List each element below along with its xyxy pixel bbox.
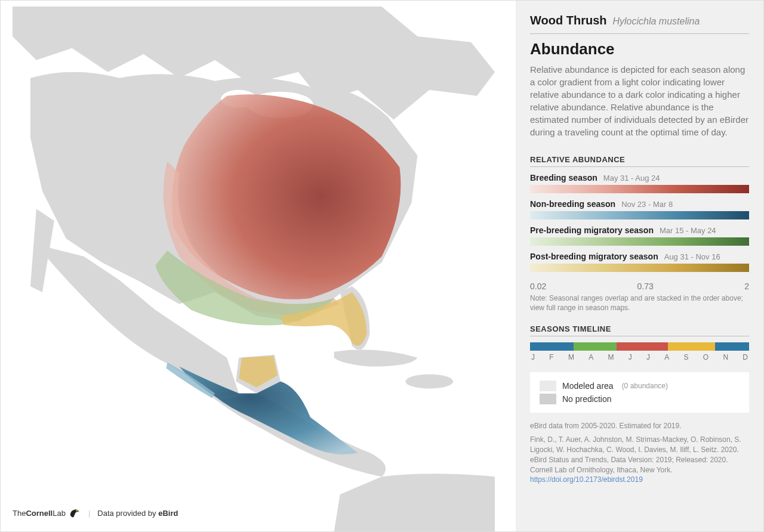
season-dates: Nov 23 - Mar 8 bbox=[621, 200, 673, 209]
species-header: Wood Thrush Hylocichla mustelina bbox=[530, 14, 749, 27]
footer-brand: TheCornellLab | Data provided by eBird bbox=[13, 506, 178, 519]
swatch-nopred bbox=[540, 394, 556, 404]
season-row: Post-breeding migratory seasonAug 31 - N… bbox=[530, 252, 749, 272]
month-label: A bbox=[589, 353, 593, 361]
scale-low: 0.02 bbox=[530, 282, 546, 291]
month-label: N bbox=[723, 353, 728, 361]
species-scientific-name: Hylocichla mustelina bbox=[613, 16, 700, 27]
season-row: Pre-breeding migratory seasonMar 15 - Ma… bbox=[530, 225, 749, 246]
timeline-segment bbox=[574, 342, 617, 351]
citation-doi-link[interactable]: https://doi.org/10.2173/ebirdst.2019 bbox=[530, 475, 643, 484]
season-gradient bbox=[530, 237, 749, 246]
timeline-segment bbox=[668, 342, 715, 351]
month-labels: JFMAMJJASOND bbox=[530, 353, 749, 361]
month-label: M bbox=[608, 353, 614, 361]
season-gradient bbox=[530, 211, 749, 219]
map-legend: Modeled area (0 abundance) No prediction bbox=[530, 372, 749, 413]
month-label: S bbox=[684, 353, 689, 361]
timeline-segment bbox=[715, 342, 749, 351]
legend-modeled-area: Modeled area (0 abundance) bbox=[540, 381, 740, 391]
season-dates: May 31 - Aug 24 bbox=[603, 174, 660, 183]
species-common-name: Wood Thrush bbox=[530, 14, 607, 27]
timeline-segment bbox=[530, 342, 574, 351]
season-label: Breeding season bbox=[530, 173, 597, 183]
month-label: M bbox=[568, 353, 574, 361]
abundance-scale: 0.02 0.73 2 bbox=[530, 282, 749, 291]
season-dates: Aug 31 - Nov 16 bbox=[664, 252, 720, 261]
scale-high: 2 bbox=[744, 282, 749, 291]
seasons-timeline-bar bbox=[530, 342, 749, 351]
season-gradient bbox=[530, 264, 749, 272]
season-row: Breeding seasonMay 31 - Aug 24 bbox=[530, 173, 749, 193]
svg-point-3 bbox=[405, 375, 453, 389]
map-panel: TheCornellLab | Data provided by eBird bbox=[1, 1, 516, 531]
season-label: Pre-breeding migratory season bbox=[530, 225, 654, 235]
side-panel: Wood Thrush Hylocichla mustelina Abundan… bbox=[516, 1, 763, 531]
abundance-map bbox=[1, 1, 516, 531]
legend-no-prediction: No prediction bbox=[540, 394, 740, 404]
month-label: A bbox=[664, 353, 669, 361]
timeline-header: SEASONS TIMELINE bbox=[530, 324, 749, 336]
month-label: O bbox=[703, 353, 708, 361]
month-label: J bbox=[531, 353, 535, 361]
month-label: F bbox=[549, 353, 553, 361]
scale-mid: 0.73 bbox=[637, 282, 654, 291]
citation-data-range: eBird data from 2005-2020. Estimated for… bbox=[530, 421, 749, 431]
season-dates: Mar 15 - May 24 bbox=[660, 226, 716, 235]
abundance-note: Note: Seasonal ranges overlap and are st… bbox=[530, 293, 749, 313]
citation: eBird data from 2005-2020. Estimated for… bbox=[530, 421, 749, 488]
page-title: Abundance bbox=[530, 40, 749, 58]
season-row: Non-breeding seasonNov 23 - Mar 8 bbox=[530, 199, 749, 219]
timeline-segment bbox=[617, 342, 668, 351]
ebird-credit: Data provided by eBird bbox=[97, 509, 178, 518]
season-label: Non-breeding season bbox=[530, 199, 615, 209]
lab-bird-icon bbox=[68, 506, 81, 519]
season-label: Post-breeding migratory season bbox=[530, 252, 658, 261]
season-gradient bbox=[530, 185, 749, 193]
cornell-lab-logo: TheCornellLab bbox=[13, 509, 66, 518]
month-label: J bbox=[629, 353, 632, 361]
relative-abundance-header: RELATIVE ABUNDANCE bbox=[530, 155, 749, 167]
month-label: J bbox=[646, 353, 650, 361]
citation-full: Fink, D., T. Auer, A. Johnston, M. Strim… bbox=[530, 435, 749, 485]
month-label: D bbox=[743, 353, 748, 361]
swatch-modeled bbox=[540, 381, 556, 391]
description: Relative abundance is depicted for each … bbox=[530, 63, 749, 138]
